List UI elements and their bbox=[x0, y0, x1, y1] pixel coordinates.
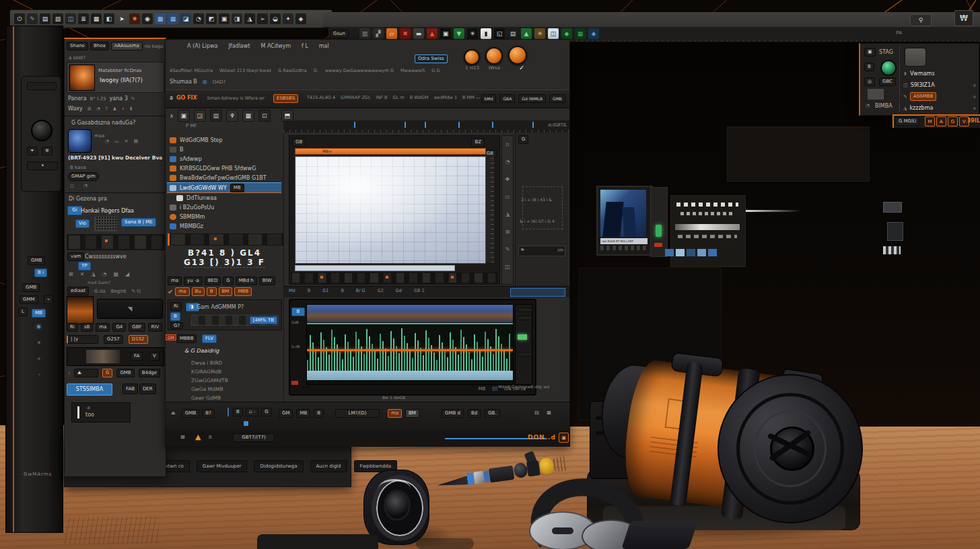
field-value[interactable]: Sana B | ME bbox=[121, 218, 156, 227]
menu-item[interactable]: A (A) Lipwa bbox=[187, 43, 217, 49]
lower-row-label[interactable]: G2 bbox=[378, 288, 384, 293]
film-thumbnail[interactable] bbox=[267, 233, 282, 246]
film-thumbnail[interactable] bbox=[318, 272, 326, 283]
tool-icon[interactable]: ▣ bbox=[178, 110, 190, 122]
grid2-icon[interactable]: ▦ bbox=[114, 271, 119, 277]
toolbar-icon[interactable]: ◪ bbox=[180, 13, 191, 24]
gi-icon[interactable]: Gi bbox=[67, 206, 82, 215]
pen-icon[interactable]: ✎ bbox=[131, 96, 135, 102]
ramp-icon[interactable]: ◢ bbox=[125, 271, 129, 277]
fab-chip[interactable]: FAB bbox=[123, 383, 138, 394]
menu-item[interactable]: Shumaa B bbox=[170, 79, 197, 85]
eject-icon[interactable]: ⏏ bbox=[171, 410, 176, 416]
tower-pause-button[interactable]: ⏸ bbox=[27, 161, 58, 170]
tool-icon[interactable]: ▦ bbox=[242, 110, 254, 122]
lower-row-label[interactable]: Md bbox=[289, 288, 295, 293]
tp-chip[interactable]: TP bbox=[78, 262, 91, 270]
film-thumbnail[interactable] bbox=[134, 235, 147, 250]
film-thumbnail[interactable] bbox=[487, 272, 496, 283]
film-thumbnail[interactable] bbox=[448, 272, 457, 283]
up-icon[interactable]: ⬆ bbox=[129, 106, 133, 112]
film-thumbnail[interactable] bbox=[248, 233, 263, 246]
rp-row[interactable]: ⬆Vwmams bbox=[903, 68, 976, 79]
toolbar-icon[interactable]: ▥ bbox=[359, 28, 370, 39]
rp-row[interactable]: ◫S9I3IZ1Av bbox=[903, 79, 976, 91]
chip-button[interactable]: B bbox=[314, 409, 324, 418]
toolbar-icon[interactable]: ≣ bbox=[78, 13, 89, 24]
toolbar-icon[interactable]: ◧ bbox=[104, 13, 114, 24]
tower-button[interactable]: ⏷ bbox=[27, 147, 38, 155]
crop-icon[interactable]: ⊠ bbox=[69, 271, 73, 277]
toolbar-icon[interactable]: ◮ bbox=[244, 13, 255, 24]
gmb-chip[interactable]: GMB bbox=[116, 369, 134, 377]
box-icon[interactable]: ⊠ bbox=[547, 410, 551, 416]
wave-gutter-chip[interactable] bbox=[518, 352, 532, 357]
photo-chip[interactable]: ⛰ bbox=[74, 369, 98, 377]
chip-button[interactable]: G bbox=[223, 277, 233, 285]
chip-button[interactable]: GMB d bbox=[442, 409, 464, 418]
chip-button[interactable]: yu -a bbox=[184, 277, 203, 285]
list-item[interactable]: ZGwGGAMdTB bbox=[191, 376, 228, 385]
footer-seg-button[interactable]: M bbox=[925, 116, 935, 126]
toolbar-chip[interactable]: GMB bbox=[549, 94, 565, 103]
toolbar-chip[interactable]: GBA bbox=[499, 94, 515, 103]
toolbar-icon[interactable]: ☀ bbox=[534, 28, 545, 39]
toolbar-icon[interactable]: ◔ bbox=[193, 13, 204, 24]
film-thumbnail[interactable] bbox=[151, 235, 164, 250]
toolbar-icon[interactable]: ▦ bbox=[91, 13, 102, 24]
film-thumbnail[interactable] bbox=[85, 235, 98, 250]
green-gem-icon[interactable] bbox=[880, 60, 897, 76]
tower-chip[interactable]: B i bbox=[34, 268, 47, 277]
binoculars-icon[interactable]: ⚲ bbox=[910, 14, 932, 26]
viewport-orange-bar[interactable]: MB+ bbox=[295, 148, 486, 155]
rp-row[interactable]: ◮kzzzbmav bbox=[903, 102, 976, 114]
viewport-corner-chip[interactable]: BZ bbox=[471, 138, 485, 147]
toolbar-left-chip[interactable]: Gsun bbox=[330, 30, 349, 38]
toolbar-icon[interactable]: ◒ bbox=[270, 13, 281, 24]
film-thumbnail[interactable] bbox=[461, 272, 470, 283]
tab[interactable]: Shano bbox=[67, 42, 88, 50]
toolbar-icon[interactable]: ▲ bbox=[521, 28, 532, 39]
tower-chip[interactable]: MB bbox=[32, 309, 46, 318]
chip-button[interactable]: GMB bbox=[182, 409, 199, 418]
flv-chip[interactable]: FLV bbox=[202, 334, 217, 343]
shelf-button[interactable]: Gawr Mivduuper bbox=[197, 460, 248, 472]
toolbar-icon[interactable]: ▬ bbox=[413, 28, 424, 39]
progress-field[interactable]: [4M% TB bbox=[191, 315, 279, 326]
ediaat-chip[interactable]: ediaat bbox=[67, 287, 89, 295]
toolbar-icon[interactable]: ▞ bbox=[373, 28, 384, 39]
film-thumbnail[interactable] bbox=[409, 272, 417, 283]
toolbar-icon[interactable]: ▮ bbox=[481, 28, 491, 39]
menu-item[interactable]: 4Sauffdwr. MGzutra bbox=[170, 68, 213, 73]
shelf-button[interactable]: Aucn digld bbox=[310, 460, 347, 472]
grid-chip[interactable]: ⊞ bbox=[180, 434, 185, 440]
orange-knob[interactable] bbox=[508, 46, 527, 65]
lower-row-label[interactable]: B bbox=[308, 288, 310, 293]
rp-top-box[interactable] bbox=[905, 48, 926, 67]
tree-item[interactable]: MBMBGz bbox=[167, 221, 281, 231]
der-chip[interactable]: DER bbox=[139, 383, 156, 394]
chip-button[interactable]: ma bbox=[175, 287, 189, 296]
toolbar-icon[interactable]: ⏻ bbox=[14, 13, 25, 24]
bm-chip[interactable]: BM bbox=[405, 409, 419, 418]
clock2-icon[interactable]: ◔ bbox=[83, 183, 88, 188]
film-thumbnail[interactable] bbox=[435, 272, 444, 283]
sum-icon[interactable]: ⊟ bbox=[534, 410, 539, 416]
tree-item[interactable]: SBMBMm bbox=[167, 212, 281, 221]
fire-thumbnail[interactable] bbox=[67, 296, 94, 324]
film-thumbnail[interactable] bbox=[170, 233, 186, 246]
chip-button[interactable]: GB. bbox=[485, 409, 499, 418]
film-thumbnail[interactable] bbox=[474, 272, 483, 283]
chip-button[interactable]: G4 bbox=[112, 323, 126, 332]
list-item[interactable]: GwGa MdMB bbox=[191, 385, 228, 394]
grid-icon[interactable]: ⊞ bbox=[88, 106, 92, 112]
ma-chip[interactable]: ma bbox=[388, 409, 402, 418]
orange-corner-icon[interactable]: ▣ bbox=[559, 433, 569, 443]
toolbar-icon[interactable]: ▦ bbox=[168, 13, 178, 24]
gmap-pill[interactable]: GMAP gim bbox=[68, 172, 99, 181]
menu-item[interactable]: M ACdwym bbox=[260, 43, 291, 49]
toolbar-icon[interactable]: ▣ bbox=[219, 13, 230, 24]
footer-seg-button[interactable]: A bbox=[936, 116, 946, 126]
pane-field[interactable]: ⚑ im bbox=[518, 246, 565, 256]
toolbar-icon[interactable]: ◨ bbox=[232, 13, 242, 24]
